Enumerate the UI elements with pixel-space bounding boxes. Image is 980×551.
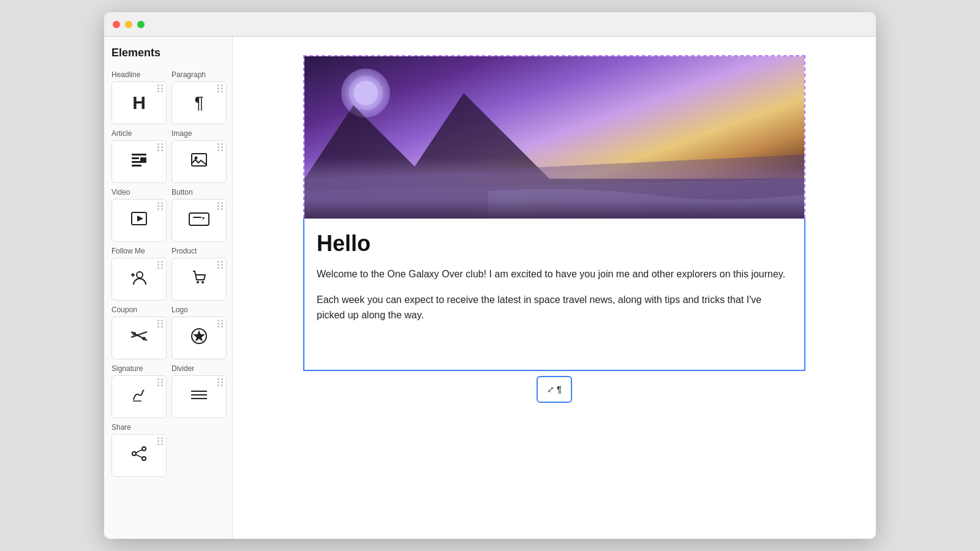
paragraph-label: Paragraph	[172, 70, 227, 79]
image-block	[303, 55, 805, 219]
button-icon	[189, 211, 209, 230]
video-card[interactable]	[111, 199, 167, 242]
svg-marker-8	[137, 216, 143, 222]
signature-icon	[130, 386, 148, 408]
drag-handle	[217, 143, 224, 151]
button-card[interactable]	[172, 199, 227, 242]
drag-handle	[217, 202, 224, 210]
svg-marker-20	[193, 330, 205, 342]
video-group: Video	[111, 188, 167, 242]
drag-handle	[157, 320, 164, 328]
product-card[interactable]	[172, 258, 227, 301]
svg-point-15	[197, 281, 199, 283]
close-button[interactable]	[113, 21, 120, 28]
headline-card[interactable]: H	[111, 81, 167, 124]
sidebar: Elements Headline H Paragraph	[104, 37, 233, 539]
divider-icon	[190, 388, 208, 407]
image-card[interactable]	[172, 140, 227, 183]
button-group: Button	[172, 188, 227, 242]
product-label: Product	[172, 247, 227, 255]
coupon-icon	[130, 329, 148, 348]
svg-rect-1	[132, 157, 139, 159]
titlebar	[104, 12, 876, 37]
signature-card[interactable]	[111, 375, 167, 418]
block-insert-widget[interactable]: ⤢ ¶	[537, 376, 572, 403]
drag-handle	[157, 378, 164, 386]
drag-handle	[157, 437, 164, 445]
drag-handle	[217, 84, 224, 92]
svg-rect-4	[140, 157, 146, 163]
svg-line-28	[136, 449, 142, 452]
image-label: Image	[172, 129, 227, 138]
content-paragraph-1: Welcome to the One Galaxy Over club! I a…	[317, 266, 792, 282]
svg-point-27	[142, 457, 146, 460]
svg-point-16	[202, 281, 204, 283]
article-group: Article	[111, 129, 167, 183]
elements-grid: Headline H Paragraph ¶	[111, 70, 225, 477]
drag-handle	[217, 378, 224, 386]
product-icon	[190, 269, 208, 290]
svg-rect-5	[192, 154, 206, 166]
coupon-group: Coupon	[111, 305, 167, 359]
drag-handle	[217, 320, 224, 328]
svg-rect-9	[189, 213, 209, 225]
signature-label: Signature	[111, 364, 167, 373]
paragraph-group: Paragraph ¶	[172, 70, 227, 124]
divider-group: Divider	[172, 364, 227, 418]
content-area: Hello Welcome to the One Galaxy Over clu…	[233, 37, 876, 539]
product-group: Product	[172, 247, 227, 301]
share-label: Share	[111, 423, 167, 432]
drag-handle	[157, 143, 164, 151]
headline-group: Headline H	[111, 70, 167, 124]
video-icon	[130, 210, 148, 231]
svg-point-6	[195, 156, 198, 159]
headline-label: Headline	[111, 70, 167, 79]
video-label: Video	[111, 188, 167, 197]
maximize-button[interactable]	[137, 21, 145, 28]
coupon-label: Coupon	[111, 305, 167, 314]
svg-line-29	[136, 454, 142, 457]
logo-label: Logo	[172, 305, 227, 314]
svg-marker-11	[202, 217, 205, 220]
move-icon: ⤢	[547, 384, 554, 394]
paragraph-card[interactable]: ¶	[172, 81, 227, 124]
article-card[interactable]	[111, 140, 167, 183]
follow-me-card[interactable]	[111, 258, 167, 301]
headline-icon: H	[132, 92, 146, 113]
content-paragraph-2: Each week you can expect to receive the …	[317, 292, 792, 323]
divider-label: Divider	[172, 364, 227, 373]
svg-point-26	[132, 452, 136, 455]
sidebar-title: Elements	[111, 47, 225, 59]
coupon-card[interactable]	[111, 317, 167, 359]
follow-me-label: Follow Me	[111, 247, 167, 255]
share-card[interactable]	[111, 434, 167, 477]
drag-handle	[157, 84, 164, 92]
drag-handle	[157, 202, 164, 210]
svg-point-25	[142, 447, 146, 451]
svg-rect-10	[193, 217, 202, 218]
minimize-button[interactable]	[125, 21, 132, 28]
svg-point-12	[137, 272, 143, 278]
svg-rect-0	[132, 154, 146, 156]
follow-me-group: Follow Me	[111, 247, 167, 301]
content-heading: Hello	[317, 231, 792, 257]
drag-handle	[157, 261, 164, 269]
main-area: Elements Headline H Paragraph	[104, 37, 876, 539]
logo-icon	[190, 327, 208, 350]
image-group: Image	[172, 129, 227, 183]
image-icon	[190, 151, 208, 173]
paragraph-icon: ¶	[194, 93, 203, 113]
email-block: Hello Welcome to the One Galaxy Over clu…	[303, 55, 805, 371]
logo-card[interactable]	[172, 317, 227, 359]
article-icon	[130, 151, 148, 172]
text-block: Hello Welcome to the One Galaxy Over clu…	[303, 219, 805, 371]
svg-rect-3	[132, 165, 141, 167]
follow-me-icon	[130, 269, 148, 290]
svg-point-32	[353, 81, 378, 105]
logo-group: Logo	[172, 305, 227, 359]
signature-group: Signature	[111, 364, 167, 418]
button-label: Button	[172, 188, 227, 197]
divider-card[interactable]	[172, 375, 227, 418]
share-icon	[130, 445, 148, 467]
share-group: Share	[111, 423, 167, 477]
